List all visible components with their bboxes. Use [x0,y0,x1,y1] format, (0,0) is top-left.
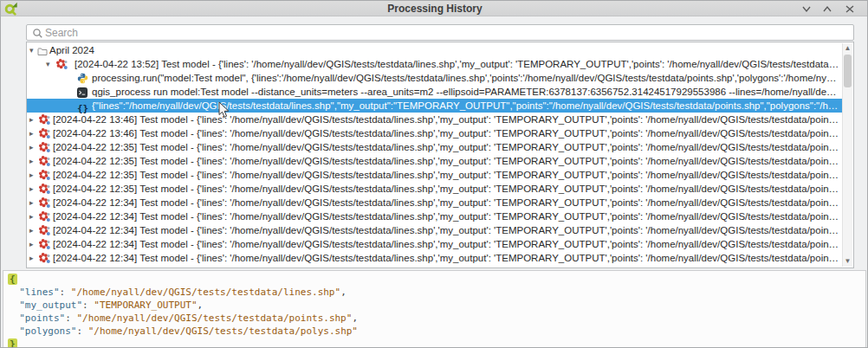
code-line: "polygons": "/home/nyall/dev/QGIS/tests/… [8,325,865,338]
tree-row-label: qgis_process run model:Test model --dist… [92,85,839,99]
model-icon [39,169,50,181]
expander-closed-icon[interactable]: ▸ [29,168,34,182]
json-code-panel[interactable]: { "lines": "/home/nyall/dev/QGIS/tests/t… [3,270,866,348]
expander-closed-icon[interactable]: ▸ [29,196,34,209]
folder-icon [37,44,48,56]
scrollbar-down-arrow-icon[interactable]: ▼ [843,256,852,267]
code-line: { [8,273,865,286]
tree-row-label: processing.run("model:Test model", {'lin… [92,71,839,85]
tree-row[interactable]: ▸[2024-04-22 13:46] Test model - {'lines… [27,126,842,140]
close-button[interactable] [843,3,857,15]
model-icon [39,210,50,222]
code-line: "lines": "/home/nyall/dev/QGIS/tests/tes… [8,286,865,299]
tree-row-label: [2024-04-22 12:34] Test model - {'lines'… [53,251,839,265]
tree-row[interactable]: ▸[2024-04-22 12:35] Test model - {'lines… [27,154,842,168]
vertical-scrollbar[interactable]: ▲ ▼ [842,43,852,267]
model-icon [39,155,50,167]
expander-closed-icon[interactable]: ▸ [29,126,34,140]
tree-row-label: [2024-04-22 12:34] Test model - {'lines'… [53,196,839,209]
code-line: "my_output": "TEMPORARY_OUTPUT", [8,299,865,312]
model-icon [39,238,50,250]
tree-row[interactable]: ▸[2024-04-22 13:46] Test model - {'lines… [27,113,842,126]
expander-closed-icon[interactable]: ▸ [29,113,34,126]
expander-closed-icon[interactable]: ▸ [29,154,34,168]
python-icon [77,72,88,84]
tree-row-label: [2024-04-22 12:34] Test model - {'lines'… [53,223,839,237]
expander-closed-icon[interactable]: ▸ [29,251,34,265]
history-tree-rows: ▾April 2024▾[2024-04-22 13:52] Test mode… [27,43,842,267]
expander-open-icon[interactable]: ▾ [46,57,50,71]
chevron-up-icon [820,3,834,15]
tree-row-label: {"lines":"/home/nyall/dev/QGIS/tests/tes… [92,99,839,113]
model-icon [39,113,50,126]
model-icon [39,183,50,195]
expander-closed-icon[interactable]: ▸ [29,140,34,154]
close-icon [843,3,857,15]
expander-closed-icon[interactable]: ▸ [29,237,34,251]
tree-row-label: [2024-04-22 13:52] Test model - {'lines'… [74,57,839,71]
tree-row[interactable]: ▸[2024-04-22 12:35] Test model - {'lines… [27,168,842,182]
tree-row[interactable]: ▸[2024-04-22 12:34] Test model - {'lines… [27,251,842,265]
braces-icon: {} [77,100,88,112]
unshade-button[interactable] [820,3,834,15]
tree-row-label: [2024-04-22 12:35] Test model - {'lines'… [53,140,839,154]
tree-row[interactable]: {}{"lines":"/home/nyall/dev/QGIS/tests/t… [27,99,842,113]
tree-row[interactable]: ▸[2024-04-22 12:35] Test model - {'lines… [27,182,842,196]
tree-row-label: [2024-04-22 13:46] Test model - {'lines'… [53,126,839,140]
search-box [26,24,854,41]
tree-row-label: [2024-04-22 12:34] Test model - {'lines'… [53,209,839,223]
tree-row[interactable]: ▾[2024-04-22 13:52] Test model - {'lines… [27,57,842,71]
search-input[interactable] [45,25,842,40]
tree-row-label: [2024-04-22 12:35] Test model - {'lines'… [53,168,839,182]
tree-row[interactable]: ▸[2024-04-22 12:34] Test model - {'lines… [27,237,842,251]
window-title: Processing History [1,3,868,15]
expander-closed-icon[interactable]: ▸ [29,209,34,223]
expander-closed-icon[interactable]: ▸ [29,182,34,196]
history-tree: ▾April 2024▾[2024-04-22 13:52] Test mode… [26,42,854,268]
code-line: } [8,338,865,348]
tree-row-label: April 2024 [49,43,839,57]
tree-row[interactable]: qgis_process run model:Test model --dist… [27,85,842,99]
titlebar[interactable]: Processing History [1,1,868,16]
tree-group-row[interactable]: ▾April 2024 [27,43,842,57]
tree-row[interactable]: processing.run("model:Test model", {'lin… [27,71,842,85]
model-icon [39,252,50,264]
tree-row[interactable]: ▸[2024-04-22 12:34] Test model - {'lines… [27,209,842,223]
expander-open-icon[interactable]: ▾ [29,43,34,57]
tree-row-label: [2024-04-22 12:34] Test model - {'lines'… [53,237,839,251]
tree-row-label: [2024-04-22 12:35] Test model - {'lines'… [53,182,839,196]
model-icon [39,197,50,209]
model-icon [39,224,50,236]
shade-button[interactable] [800,3,813,15]
code-line: "points": "/home/nyall/dev/QGIS/tests/te… [8,312,865,325]
tree-row-label: [2024-04-22 13:46] Test model - {'lines'… [53,113,839,126]
expander-closed-icon[interactable]: ▸ [29,223,34,237]
model-icon [39,141,50,153]
chevron-down-icon [800,3,813,15]
tree-row-label: [2024-04-22 12:35] Test model - {'lines'… [53,154,839,168]
processing-history-window: { "window": { "title": "Processing Histo… [0,0,868,348]
scrollbar-thumb[interactable] [844,55,852,87]
scrollbar-up-arrow-icon[interactable]: ▲ [843,43,852,54]
model-icon [56,58,68,70]
tree-row[interactable]: ▸[2024-04-22 12:35] Test model - {'lines… [27,140,842,154]
terminal-icon [77,86,87,98]
tree-row[interactable]: ▸[2024-04-22 12:34] Test model - {'lines… [27,223,842,237]
tree-row[interactable]: ▸[2024-04-22 12:34] Test model - {'lines… [27,196,842,209]
model-icon [39,127,50,139]
